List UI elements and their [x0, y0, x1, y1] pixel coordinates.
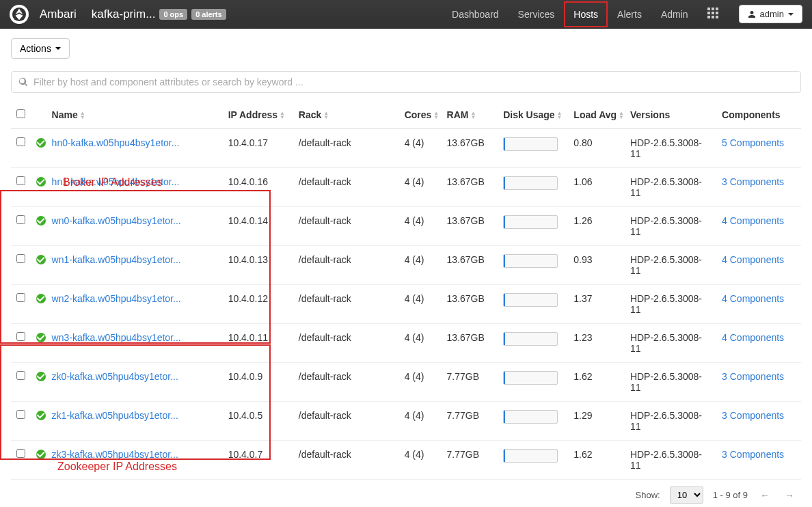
sort-icon: ▲▼	[80, 111, 85, 120]
components-link[interactable]: 3 Components	[722, 176, 784, 187]
col-header-name[interactable]: Name▲▼	[46, 101, 223, 129]
svg-rect-7	[707, 16, 710, 18]
status-ok-icon	[36, 294, 46, 303]
pager-show-label: Show:	[636, 490, 660, 500]
cell-disk	[498, 129, 568, 168]
row-checkbox[interactable]	[16, 449, 25, 458]
components-link[interactable]: 4 Components	[722, 332, 784, 343]
col-header-cores[interactable]: Cores▲▼	[399, 101, 442, 129]
cell-disk	[498, 402, 568, 441]
main-content: Actions Broker IP Addresses Zookeeper IP…	[0, 29, 812, 507]
cell-load: 0.80	[568, 129, 625, 168]
row-checkbox[interactable]	[16, 137, 25, 146]
cell-version: HDP-2.6.5.3008-11	[625, 129, 716, 168]
nav-hosts[interactable]: Hosts	[564, 1, 608, 27]
col-header-checkbox[interactable]	[11, 101, 31, 129]
row-checkbox[interactable]	[16, 332, 25, 341]
host-name-link[interactable]: hn1-kafka.w05hpu4bsy1etor...	[52, 176, 180, 187]
col-header-ram[interactable]: RAM▲▼	[442, 101, 498, 129]
table-row: zk1-kafka.w05hpu4bsy1etor...10.4.0.5/def…	[11, 402, 801, 441]
col-header-load[interactable]: Load Avg▲▼	[568, 101, 625, 129]
host-name-link[interactable]: wn0-kafka.w05hpu4bsy1etor...	[52, 215, 181, 226]
cell-load: 1.29	[568, 402, 625, 441]
sort-icon: ▲▼	[557, 111, 563, 120]
components-link[interactable]: 4 Components	[722, 293, 784, 304]
cell-ram: 13.67GB	[442, 168, 498, 207]
row-checkbox[interactable]	[16, 176, 25, 185]
disk-usage-bar	[503, 449, 558, 463]
cell-rack: /default-rack	[293, 168, 399, 207]
components-link[interactable]: 3 Components	[722, 449, 784, 460]
col-header-versions: Versions	[625, 101, 716, 129]
brand-area[interactable]: Ambari	[10, 5, 77, 24]
table-row: zk3-kafka.w05hpu4bsy1etor...10.4.0.7/def…	[11, 441, 801, 480]
cell-version: HDP-2.6.5.3008-11	[625, 285, 716, 324]
cell-version: HDP-2.6.5.3008-11	[625, 441, 716, 480]
components-link[interactable]: 5 Components	[722, 137, 784, 148]
cell-ip: 10.4.0.9	[223, 363, 293, 402]
disk-usage-bar	[503, 371, 558, 385]
nav-alerts[interactable]: Alerts	[608, 1, 651, 27]
table-row: hn1-kafka.w05hpu4bsy1etor...10.4.0.16/de…	[11, 168, 801, 207]
components-link[interactable]: 4 Components	[722, 254, 784, 265]
host-name-link[interactable]: wn3-kafka.w05hpu4bsy1etor...	[52, 332, 181, 343]
cell-disk	[498, 285, 568, 324]
host-name-link[interactable]: wn1-kafka.w05hpu4bsy1etor...	[52, 254, 181, 265]
row-checkbox[interactable]	[16, 371, 25, 380]
col-header-ip[interactable]: IP Address▲▼	[223, 101, 293, 129]
components-link[interactable]: 3 Components	[722, 371, 784, 382]
cell-rack: /default-rack	[293, 324, 399, 363]
actions-dropdown-button[interactable]: Actions	[11, 38, 70, 59]
col-header-rack[interactable]: Rack▲▼	[293, 101, 399, 129]
svg-rect-3	[716, 8, 718, 10]
cell-cores: 4 (4)	[399, 285, 442, 324]
cell-ram: 7.77GB	[442, 441, 498, 480]
nav-services[interactable]: Services	[509, 1, 565, 27]
cell-ip: 10.4.0.12	[223, 285, 293, 324]
row-checkbox[interactable]	[16, 254, 25, 263]
page-size-select[interactable]: 10	[670, 487, 703, 504]
svg-rect-8	[712, 16, 714, 18]
table-header-row: Name▲▼ IP Address▲▼ Rack▲▼ Cores▲▼ RAM▲▼…	[11, 101, 801, 129]
host-name-link[interactable]: zk1-kafka.w05hpu4bsy1etor...	[52, 410, 178, 421]
col-header-status	[31, 101, 46, 129]
disk-usage-bar	[503, 293, 558, 307]
status-ok-icon	[36, 333, 46, 342]
alerts-badge[interactable]: 0 alerts	[191, 9, 226, 20]
cell-cores: 4 (4)	[399, 324, 442, 363]
nav-apps-grid[interactable]	[698, 0, 728, 28]
cell-load: 1.62	[568, 441, 625, 480]
svg-rect-4	[707, 12, 710, 14]
cell-ram: 7.77GB	[442, 363, 498, 402]
pager-prev-button[interactable]: ←	[757, 490, 772, 501]
cell-load: 1.26	[568, 207, 625, 246]
user-menu-button[interactable]: admin	[739, 5, 802, 23]
components-link[interactable]: 3 Components	[722, 410, 784, 421]
row-checkbox[interactable]	[16, 293, 25, 302]
host-name-link[interactable]: zk0-kafka.w05hpu4bsy1etor...	[52, 371, 178, 382]
host-name-link[interactable]: hn0-kafka.w05hpu4bsy1etor...	[52, 137, 180, 148]
cell-load: 1.06	[568, 168, 625, 207]
select-all-checkbox[interactable]	[16, 109, 25, 118]
table-row: zk0-kafka.w05hpu4bsy1etor...10.4.0.9/def…	[11, 363, 801, 402]
pager-next-button[interactable]: →	[782, 490, 797, 501]
cluster-name[interactable]: kafka-prim...	[92, 8, 156, 21]
filter-input[interactable]	[33, 77, 794, 87]
components-link[interactable]: 4 Components	[722, 215, 784, 226]
cell-cores: 4 (4)	[399, 402, 442, 441]
row-checkbox[interactable]	[16, 410, 25, 419]
disk-usage-bar	[503, 254, 558, 268]
nav-right: Dashboard Services Hosts Alerts Admin ad…	[442, 0, 802, 28]
col-header-disk[interactable]: Disk Usage▲▼	[498, 101, 568, 129]
nav-admin[interactable]: Admin	[651, 1, 698, 27]
host-name-link[interactable]: wn2-kafka.w05hpu4bsy1etor...	[52, 293, 181, 304]
cell-version: HDP-2.6.5.3008-11	[625, 363, 716, 402]
filter-bar[interactable]	[11, 71, 801, 93]
cell-rack: /default-rack	[293, 363, 399, 402]
cell-ip: 10.4.0.17	[223, 129, 293, 168]
row-checkbox[interactable]	[16, 215, 25, 224]
ops-badge[interactable]: 0 ops	[159, 9, 187, 20]
cell-cores: 4 (4)	[399, 129, 442, 168]
host-name-link[interactable]: zk3-kafka.w05hpu4bsy1etor...	[52, 449, 178, 460]
nav-dashboard[interactable]: Dashboard	[442, 1, 509, 27]
